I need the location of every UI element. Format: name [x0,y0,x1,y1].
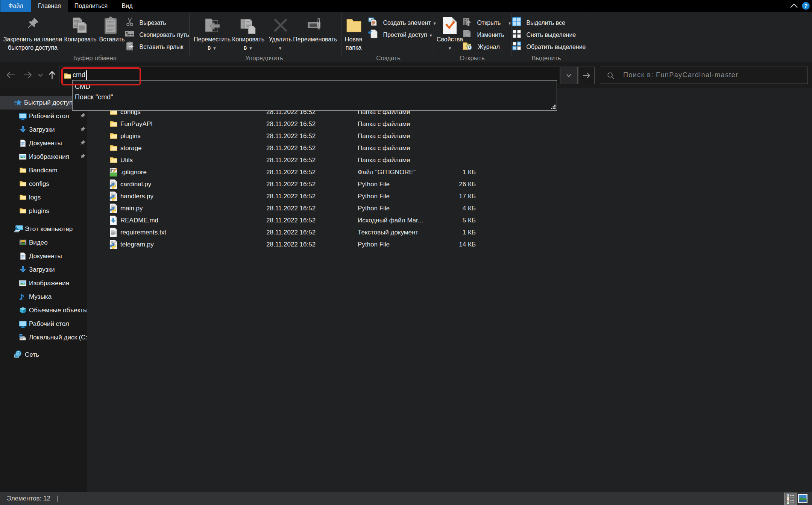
svg-text:?: ? [804,3,807,9]
